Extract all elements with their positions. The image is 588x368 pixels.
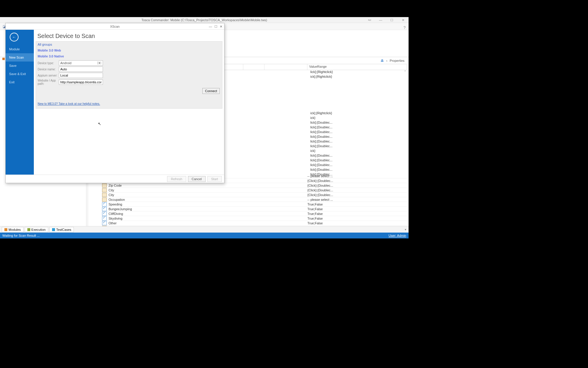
scroll-up-icon[interactable]: ⌃: [404, 70, 406, 73]
row-name: Speeding: [108, 203, 222, 206]
print-icon[interactable]: 🖶: [381, 59, 384, 62]
row-value: {Click};{Doublec...: [307, 179, 407, 183]
device-type-select[interactable]: Android ▾: [59, 60, 103, 66]
row-value: True;False: [307, 217, 407, 220]
sidebar-item-save[interactable]: Save: [6, 62, 34, 70]
table-row[interactable]: Zip Code {Click};{Doublec...: [102, 183, 407, 188]
label-app-path: Website / App path:: [38, 79, 59, 85]
status-user-link[interactable]: User: Admin: [389, 234, 406, 237]
row-name: Skydiving: [108, 217, 222, 220]
row-value: True;False: [307, 203, 407, 206]
row-value: -- please select ...: [307, 198, 407, 201]
sidebar-item-exit[interactable]: Exit: [6, 78, 34, 86]
value-cell: lick];{Doublec...: [310, 154, 332, 158]
section-mobile-native[interactable]: Mobile 3.0 Native: [38, 54, 220, 58]
section-mobile-web[interactable]: Mobile 3.0 Web: [38, 49, 220, 52]
table-row[interactable]: Other True;False: [102, 221, 407, 226]
table-row[interactable]: City {Click};{Doublec...: [102, 193, 407, 197]
table-row[interactable]: BungeeJumping True;False: [102, 207, 407, 211]
value-cell: lick];{Doublec...: [310, 125, 332, 130]
tab-execution[interactable]: Execution: [25, 227, 48, 232]
xscan-dialog: XScan — ☐ ✕ ← Module New Scan Save Save …: [5, 23, 224, 183]
row-name: City: [108, 193, 222, 197]
connect-button[interactable]: Connect: [202, 88, 220, 94]
device-name-input[interactable]: [59, 67, 103, 72]
dialog-maximize[interactable]: ☐: [214, 23, 217, 30]
checkbox-icon: [102, 202, 107, 206]
all-groups-link[interactable]: All groups: [38, 43, 220, 46]
tab-testcases[interactable]: TestCases: [49, 227, 74, 232]
tree-node-icon: [2, 58, 5, 60]
sidebar-item-new-scan[interactable]: New Scan: [6, 53, 34, 62]
helpful-notes-link[interactable]: New to ME3.0? Take a look at our helpful…: [38, 102, 100, 105]
chevron-down-icon: ▾: [97, 62, 101, 64]
checkbox-icon: [102, 212, 107, 216]
label-appium-server: Appium server:: [38, 74, 59, 77]
bottom-tabs: Modules Execution TestCases ▾: [0, 226, 409, 233]
sidebar-item-module[interactable]: Module: [6, 45, 34, 53]
main-titlebar: Tosca Commander: Mobile (C:\Tosca_Projec…: [0, 17, 409, 23]
window-maximize[interactable]: ☐: [387, 17, 396, 23]
field-icon: [102, 193, 107, 197]
row-name: CliffDiving: [108, 212, 222, 216]
value-cell: ick];{Rightclick}: [310, 111, 332, 116]
help-icon[interactable]: ?: [404, 25, 406, 30]
cancel-button[interactable]: Cancel: [188, 176, 206, 182]
tab-modules[interactable]: Modules: [2, 227, 24, 232]
value-cell: lick];{Doublec...: [310, 135, 332, 140]
row-name: Other: [108, 221, 222, 225]
start-button[interactable]: Start: [207, 176, 222, 182]
value-cell: lick];{Doublec...: [310, 158, 332, 163]
field-icon: [102, 183, 107, 188]
dialog-titlebar: XScan — ☐ ✕: [6, 23, 224, 30]
dialog-sidebar: ← Module New Scan Save Save & Exit Exit: [6, 30, 34, 175]
value-cell: lick];{Doublec...: [310, 168, 332, 173]
value-cell: ick];{Rightclick}: [310, 75, 333, 79]
row-name: Zip Code: [108, 184, 222, 187]
properties-chevron-icon[interactable]: ‹: [386, 59, 387, 62]
checkbox-icon: [102, 207, 107, 211]
window-title: Tosca Commander: Mobile (C:\Tosca_Projec…: [141, 18, 267, 22]
row-value: -- please select ...: [307, 174, 407, 178]
table-row[interactable]: Skydiving True;False: [102, 216, 407, 221]
row-name: BungeeJumping: [108, 207, 222, 211]
refresh-button[interactable]: Refresh: [167, 176, 186, 182]
app-path-input[interactable]: [59, 79, 103, 85]
checkbox-icon: [102, 221, 107, 225]
col-valuerange[interactable]: ValueRange: [307, 64, 407, 70]
table-row[interactable]: City {Click};{Doublec...: [102, 188, 407, 193]
window-close[interactable]: ✕: [399, 17, 407, 23]
value-cell: lick];{Rightclick}: [310, 70, 333, 75]
row-value: True;False: [307, 207, 407, 211]
label-device-name: Device name:: [38, 68, 59, 71]
sidebar-item-save-exit[interactable]: Save & Exit: [6, 70, 34, 78]
value-cell: lick];{Doublec...: [310, 144, 332, 149]
row-name: City: [108, 188, 222, 192]
value-cell: lick];{Doublec...: [310, 140, 332, 144]
row-value: True;False: [307, 221, 407, 225]
row-value: {Click};{Doublec...: [307, 193, 407, 197]
row-name: Occupation: [108, 198, 222, 201]
dialog-minimize[interactable]: —: [209, 23, 212, 30]
row-value: {Click};{Doublec...: [307, 188, 407, 192]
status-bar: Waiting for Scan Result ... User: Admin: [0, 233, 409, 238]
value-cell: lick];{Doublec...: [310, 121, 332, 125]
status-text: Waiting for Scan Result ...: [2, 234, 40, 237]
table-row[interactable]: CliffDiving True;False: [102, 211, 407, 216]
table-row[interactable]: Speeding True;False: [102, 202, 407, 207]
back-icon[interactable]: ←: [10, 33, 19, 42]
value-cell: lick];{Doublec...: [310, 163, 332, 168]
app-pin-icon[interactable]: ⮓: [365, 17, 374, 23]
value-cell: lick];{Doublec...: [310, 130, 332, 135]
value-cell: ick}: [310, 149, 332, 154]
field-icon: [102, 198, 107, 202]
table-row[interactable]: Occupation -- please select ...: [102, 197, 407, 202]
window-minimize[interactable]: —: [376, 17, 385, 23]
tabs-dropdown-icon[interactable]: ▾: [405, 228, 406, 231]
label-device-type: Device type:: [38, 62, 59, 65]
dialog-heading: Select Device to Scan: [34, 30, 224, 41]
appium-server-input[interactable]: [59, 73, 103, 78]
properties-label[interactable]: Properties: [390, 59, 404, 62]
row-value: {Click};{Doublec...: [307, 184, 407, 187]
dialog-close[interactable]: ✕: [220, 23, 222, 30]
